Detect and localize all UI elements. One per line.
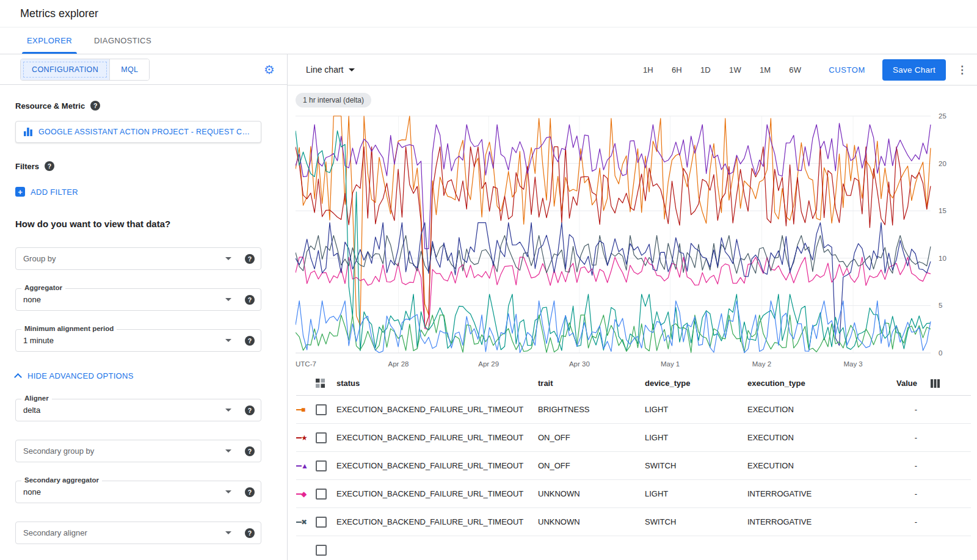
range-1h-button[interactable]: 1H <box>634 62 663 78</box>
svg-text:10: 10 <box>939 255 946 262</box>
bar-chart-icon <box>23 128 33 136</box>
range-6h-button[interactable]: 6H <box>663 62 691 78</box>
table-row-partial[interactable] <box>296 536 971 560</box>
svg-text:May 2: May 2 <box>752 360 771 368</box>
configuration-tab[interactable]: CONFIGURATION <box>21 59 109 80</box>
cell-trait: ON_OFF <box>538 433 645 442</box>
series-marker-icon: ✖ <box>296 518 316 526</box>
metric-selector-button[interactable]: GOOGLE ASSISTANT ACTION PROJECT - REQUES… <box>15 121 261 143</box>
add-filter-label: ADD FILTER <box>31 187 78 197</box>
help-icon[interactable]: ? <box>245 254 255 264</box>
help-icon[interactable]: ? <box>245 487 255 497</box>
interval-chip: 1 hr interval (delta) <box>296 93 371 107</box>
chart-panel: Line chart 1H 6H 1D 1W 1M 6W CUSTOM Save… <box>288 54 977 560</box>
help-icon[interactable]: ? <box>245 405 255 415</box>
group-by-value: Group by <box>23 254 225 263</box>
help-icon[interactable]: ? <box>45 161 54 171</box>
cell-value: - <box>874 405 917 414</box>
chevron-down-icon <box>225 298 231 301</box>
table-row[interactable]: ■ EXECUTION_BACKEND_FAILURE_URL_TIMEOUT … <box>296 396 971 424</box>
view-data-question: How do you want to view that data? <box>15 219 261 229</box>
table-row[interactable]: ★ EXECUTION_BACKEND_FAILURE_URL_TIMEOUT … <box>296 424 971 452</box>
row-checkbox[interactable] <box>316 545 327 556</box>
chart-type-label: Line chart <box>306 65 343 75</box>
range-custom-button[interactable]: CUSTOM <box>820 62 874 78</box>
cell-device-type: LIGHT <box>645 489 747 498</box>
cell-status: EXECUTION_BACKEND_FAILURE_URL_TIMEOUT <box>336 405 538 414</box>
mql-tab[interactable]: MQL <box>109 59 149 80</box>
resource-metric-label: Resource & Metric ? <box>15 101 261 111</box>
tab-explorer[interactable]: EXPLORER <box>16 27 83 54</box>
svg-text:Apr 28: Apr 28 <box>388 360 409 368</box>
kebab-menu-icon[interactable]: ⋮ <box>957 64 967 76</box>
cell-status: EXECUTION_BACKEND_FAILURE_URL_TIMEOUT <box>336 489 538 498</box>
col-execution-type: execution_type <box>747 379 874 388</box>
svg-text:15: 15 <box>939 207 946 214</box>
cell-execution-type: EXECUTION <box>747 405 874 414</box>
secondary-aggregator-label: Secondary aggregator <box>21 476 102 484</box>
row-checkbox[interactable] <box>316 460 327 471</box>
cell-status: EXECUTION_BACKEND_FAILURE_URL_TIMEOUT <box>336 461 538 470</box>
secondary-group-by-select[interactable]: Secondary group by ? <box>15 440 261 462</box>
aggregator-label: Aggregator <box>21 284 65 291</box>
series-marker-icon: ■ <box>296 406 316 413</box>
cell-device-type: SWITCH <box>645 517 747 526</box>
columns-icon[interactable] <box>931 379 971 388</box>
table-row[interactable]: ▲ EXECUTION_BACKEND_FAILURE_URL_TIMEOUT … <box>296 452 971 480</box>
minimum-alignment-period-value: 1 minute <box>23 336 225 345</box>
secondary-aligner-select[interactable]: Secondary aligner ? <box>15 522 261 544</box>
row-checkbox[interactable] <box>316 432 327 443</box>
aligner-label: Aligner <box>21 395 52 402</box>
range-1w-button[interactable]: 1W <box>720 62 750 78</box>
cell-trait: ON_OFF <box>538 461 645 470</box>
cell-trait: BRIGHTNESS <box>538 405 645 414</box>
page-title: Metrics explorer <box>20 7 98 20</box>
series-marker-icon: ★ <box>296 434 316 442</box>
row-checkbox[interactable] <box>316 489 327 500</box>
help-icon[interactable]: ? <box>90 101 100 111</box>
save-chart-button[interactable]: Save Chart <box>882 59 946 81</box>
table-row[interactable]: ✖ EXECUTION_BACKEND_FAILURE_URL_TIMEOUT … <box>296 508 971 536</box>
cell-value: - <box>874 461 917 470</box>
tab-diagnostics[interactable]: DIAGNOSTICS <box>83 27 162 54</box>
cell-device-type: SWITCH <box>645 461 747 470</box>
cell-value: - <box>874 489 917 498</box>
range-1m-button[interactable]: 1M <box>750 62 780 78</box>
resource-metric-text: Resource & Metric <box>15 101 85 111</box>
add-filter-button[interactable]: + ADD FILTER <box>15 187 261 197</box>
gear-icon[interactable]: ⚙ <box>264 64 275 76</box>
secondary-aligner-value: Secondary aligner <box>23 528 225 537</box>
help-icon[interactable]: ? <box>245 446 255 456</box>
cell-execution-type: EXECUTION <box>747 433 874 442</box>
hide-advanced-options-toggle[interactable]: HIDE ADVANCED OPTIONS <box>15 371 261 380</box>
group-by-select[interactable]: Group by ? <box>15 247 261 270</box>
chevron-down-icon <box>225 339 231 342</box>
cell-status: EXECUTION_BACKEND_FAILURE_URL_TIMEOUT <box>336 517 538 526</box>
chart-type-dropdown[interactable]: Line chart <box>306 65 355 75</box>
row-checkbox[interactable] <box>316 517 327 528</box>
line-chart[interactable]: 0510152025UTC-7Apr 28Apr 29Apr 30May 1Ma… <box>296 110 967 371</box>
app-header: Metrics explorer <box>0 0 977 27</box>
secondary-aggregator-value: none <box>23 487 225 496</box>
help-icon[interactable]: ? <box>245 295 255 305</box>
range-1d-button[interactable]: 1D <box>691 62 720 78</box>
secondary-aggregator-select[interactable]: Secondary aggregator none ? <box>15 481 261 503</box>
series-marker-icon: ◆ <box>296 490 316 498</box>
aggregator-select[interactable]: Aggregator none ? <box>15 288 261 311</box>
row-checkbox[interactable] <box>316 404 327 415</box>
col-trait: trait <box>538 379 645 388</box>
help-icon[interactable]: ? <box>245 528 255 538</box>
aligner-select[interactable]: Aligner delta ? <box>15 399 261 421</box>
config-form: Resource & Metric ? GOOGLE ASSISTANT ACT… <box>0 85 287 544</box>
help-icon[interactable]: ? <box>245 336 255 346</box>
range-6w-button[interactable]: 6W <box>780 62 810 78</box>
svg-text:Apr 30: Apr 30 <box>569 360 590 368</box>
svg-text:0: 0 <box>939 349 942 357</box>
configuration-panel: CONFIGURATION MQL ⚙ Resource & Metric ? … <box>0 54 288 560</box>
toggle-all-series-icon[interactable] <box>316 379 336 388</box>
main-content: CONFIGURATION MQL ⚙ Resource & Metric ? … <box>0 54 977 560</box>
cell-device-type: LIGHT <box>645 405 747 414</box>
table-row[interactable]: ◆ EXECUTION_BACKEND_FAILURE_URL_TIMEOUT … <box>296 480 971 508</box>
table-header: status trait device_type execution_type … <box>296 371 971 396</box>
minimum-alignment-period-select[interactable]: Minimum alignment period 1 minute ? <box>15 329 261 352</box>
